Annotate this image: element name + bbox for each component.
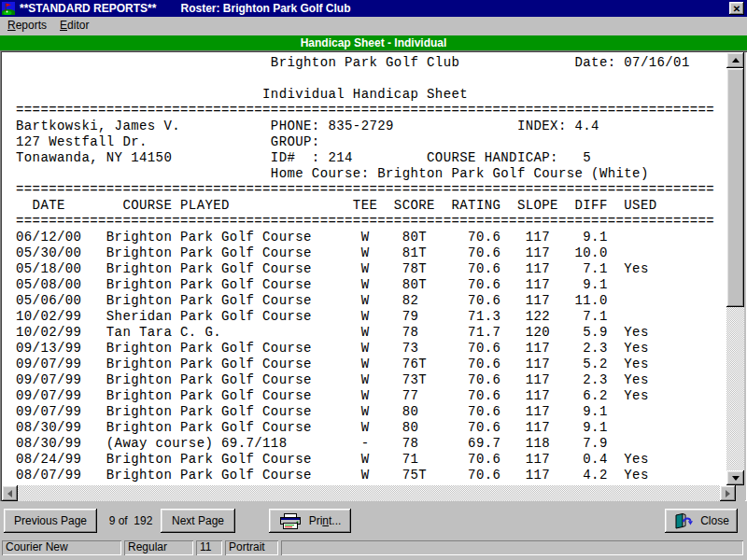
close-button-label: Close <box>700 514 729 527</box>
window-title: Roster: Brighton Park Golf Club <box>180 2 350 15</box>
app-title: **STANDARD REPORTS** <box>20 2 156 15</box>
menu-reports[interactable]: Reports <box>1 17 53 34</box>
down-arrow-icon <box>732 476 740 481</box>
report-banner: Handicap Sheet - Individual <box>0 35 747 50</box>
right-arrow-icon <box>726 490 730 497</box>
menu-bar: Reports Editor <box>0 17 747 34</box>
golf-course-icon <box>2 2 15 15</box>
next-page-button[interactable]: Next Page <box>161 509 235 533</box>
status-font-style: Regular <box>124 540 193 555</box>
vertical-scrollbar[interactable] <box>726 52 744 485</box>
scroll-right-button[interactable] <box>720 485 736 501</box>
vertical-scroll-thumb[interactable] <box>726 68 744 307</box>
app-window: **STANDARD REPORTS** Roster: Brighton Pa… <box>0 0 747 560</box>
title-bar: **STANDARD REPORTS** Roster: Brighton Pa… <box>0 0 747 17</box>
printer-icon <box>279 513 302 529</box>
page-indicator: 9 of 192 <box>101 509 161 533</box>
status-orientation: Portrait <box>225 540 278 555</box>
status-extra <box>281 540 743 555</box>
status-font-size: 11 <box>196 540 222 555</box>
window-close-button[interactable]: ✕ <box>729 2 744 15</box>
scrollbar-corner <box>736 485 745 501</box>
status-font-name: Courier New <box>2 540 121 555</box>
report-body: Brighton Park Golf Club Date: 07/16/01 I… <box>2 52 726 485</box>
scroll-left-button[interactable] <box>2 485 18 501</box>
report-banner-title: Handicap Sheet - Individual <box>301 36 447 49</box>
horizontal-scrollbar[interactable] <box>2 485 736 501</box>
exit-door-icon <box>673 513 693 529</box>
scroll-down-button[interactable] <box>726 470 744 485</box>
up-arrow-icon <box>732 58 740 63</box>
scroll-up-button[interactable] <box>726 52 744 68</box>
print-button[interactable]: Print... <box>269 509 351 533</box>
previous-page-button[interactable]: Previous Page <box>4 509 97 533</box>
close-button[interactable]: Close <box>665 509 738 533</box>
footer-toolbar: Previous Page 9 of 192 Next Page Print..… <box>0 501 747 539</box>
menu-editor[interactable]: Editor <box>53 17 95 34</box>
report-viewport: Brighton Park Golf Club Date: 07/16/01 I… <box>0 50 747 501</box>
left-arrow-icon <box>7 490 12 497</box>
print-button-label: Print... <box>309 514 342 527</box>
status-bar: Courier New Regular 11 Portrait <box>0 539 747 557</box>
